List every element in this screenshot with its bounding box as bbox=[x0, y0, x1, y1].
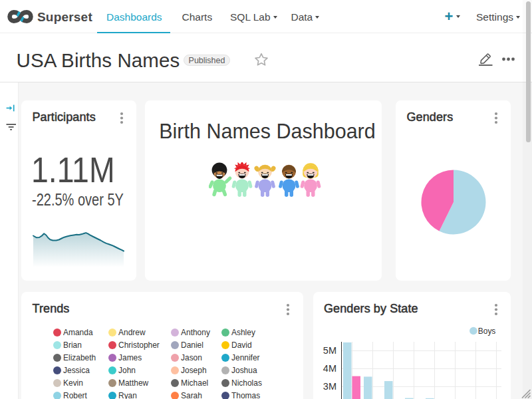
page-title: USA Births Names bbox=[17, 49, 180, 72]
legend-label: Amanda bbox=[63, 328, 93, 337]
bar-boys[interactable] bbox=[364, 376, 372, 399]
legend-label: Kevin bbox=[63, 378, 83, 388]
scrollbar-thumb[interactable] bbox=[526, 1, 531, 142]
dashboard-header: USA Births Names Published bbox=[0, 33, 532, 82]
legend-label: Sarah bbox=[181, 391, 202, 399]
legend-item[interactable]: Nicholas bbox=[221, 378, 266, 388]
edit-pencil-icon[interactable] bbox=[477, 52, 493, 66]
nav-dashboards[interactable]: Dashboards bbox=[106, 0, 162, 33]
legend-item[interactable]: Joseph bbox=[171, 366, 210, 375]
legend-item[interactable]: Michael bbox=[171, 378, 212, 388]
legend-label: Brian bbox=[63, 340, 82, 350]
legend-dot bbox=[108, 366, 116, 374]
legend-item[interactable]: Thomas bbox=[221, 391, 264, 399]
resize-grip-icon[interactable] bbox=[521, 388, 531, 398]
chevron-down-icon bbox=[516, 16, 520, 19]
legend-dot bbox=[221, 366, 229, 374]
legend-label[interactable]: Boys bbox=[477, 326, 495, 336]
brand-name[interactable]: Superset bbox=[37, 0, 92, 33]
legend-label: Nicholas bbox=[231, 378, 262, 388]
genders-by-state-bar-chart: 3M4M5MBoys bbox=[313, 292, 511, 399]
legend-label: Elizabeth bbox=[63, 353, 96, 362]
favorite-star-icon[interactable] bbox=[255, 53, 268, 66]
legend-item[interactable]: Matthew bbox=[108, 378, 152, 388]
kebab-menu-icon[interactable] bbox=[283, 301, 293, 316]
kebab-menu-icon[interactable] bbox=[491, 110, 501, 124]
expand-filter-bar-icon[interactable] bbox=[6, 104, 15, 112]
legend-dot bbox=[53, 366, 61, 374]
legend-item[interactable]: John bbox=[108, 366, 138, 375]
legend-item[interactable]: Jessica bbox=[53, 366, 93, 375]
legend-label: Matthew bbox=[118, 378, 148, 388]
kebab-menu-icon[interactable] bbox=[117, 110, 126, 124]
legend-item[interactable]: Robert bbox=[53, 391, 90, 399]
chart-title: Genders bbox=[407, 110, 454, 124]
legend-label: Anthony bbox=[181, 328, 210, 337]
legend-dot bbox=[108, 354, 116, 362]
nav-charts[interactable]: Charts bbox=[182, 0, 213, 33]
y-axis-label: 3M bbox=[323, 380, 336, 391]
legend-label: John bbox=[118, 366, 136, 375]
legend-item[interactable]: Joshua bbox=[221, 366, 261, 375]
new-item-button[interactable]: + bbox=[445, 0, 461, 33]
legend-item[interactable]: Elizabeth bbox=[53, 353, 100, 362]
legend-item[interactable]: Jennifer bbox=[221, 353, 263, 362]
chart-title: Participants bbox=[33, 110, 96, 124]
superset-logo-icon[interactable] bbox=[7, 10, 33, 23]
legend-item[interactable]: Ashley bbox=[221, 328, 259, 337]
legend-dot bbox=[171, 329, 179, 336]
legend-dot bbox=[53, 392, 61, 399]
chart-title: Trends bbox=[33, 302, 70, 316]
kid-0 bbox=[209, 162, 232, 196]
bar-boys[interactable] bbox=[384, 381, 393, 399]
legend-item[interactable]: Anthony bbox=[171, 328, 214, 337]
legend-dot bbox=[53, 341, 61, 349]
legend-dot bbox=[53, 329, 61, 336]
superset-app: Superset Dashboards Charts SQL Lab Data … bbox=[0, 0, 532, 399]
navbar: Superset Dashboards Charts SQL Lab Data … bbox=[0, 0, 532, 33]
legend-dot bbox=[108, 341, 116, 349]
chevron-down-icon bbox=[273, 16, 277, 19]
participants-sparkline bbox=[33, 230, 124, 267]
scrollbar-track bbox=[523, 0, 532, 399]
chevron-down-icon bbox=[315, 16, 319, 19]
chart-card-genders-by-state: Genders by State 3M4M5MBoys bbox=[313, 292, 511, 399]
markdown-card: Birth Names Dashboard bbox=[145, 100, 382, 281]
chart-card-trends: Trends AmandaAndrewAnthonyAshleyBrianChr… bbox=[21, 292, 303, 399]
big-number-value: 1.11M bbox=[31, 152, 115, 188]
legend-label: Andrew bbox=[118, 328, 146, 337]
more-menu-icon[interactable] bbox=[501, 57, 516, 61]
nav-sql-lab[interactable]: SQL Lab bbox=[230, 0, 277, 33]
legend-item[interactable]: Sarah bbox=[171, 391, 205, 399]
legend-dot bbox=[221, 354, 229, 362]
big-number-subheader: -22.5% over 5Y bbox=[32, 192, 124, 208]
kid-3 bbox=[279, 164, 300, 196]
bar-boys[interactable] bbox=[343, 342, 352, 399]
legend-item[interactable]: Amanda bbox=[53, 328, 96, 337]
legend-dot bbox=[221, 341, 229, 349]
legend-item[interactable]: Daniel bbox=[171, 340, 206, 350]
legend-item[interactable]: Brian bbox=[53, 340, 84, 350]
legend-item[interactable]: Kevin bbox=[53, 378, 86, 388]
legend-label: Ryan bbox=[118, 391, 137, 399]
bar-girls[interactable] bbox=[352, 376, 360, 399]
legend-dot[interactable] bbox=[469, 327, 477, 334]
legend-item[interactable]: Andrew bbox=[108, 328, 149, 337]
legend-label: Robert bbox=[63, 391, 87, 399]
nav-settings[interactable]: Settings bbox=[476, 0, 520, 33]
published-badge[interactable]: Published bbox=[184, 55, 230, 66]
legend-item[interactable]: James bbox=[108, 353, 145, 362]
legend-item[interactable]: David bbox=[221, 340, 255, 350]
y-axis-label: 5M bbox=[323, 345, 336, 356]
legend-item[interactable]: Ryan bbox=[108, 391, 140, 399]
filter-icon[interactable] bbox=[6, 124, 17, 130]
kid-1 bbox=[231, 162, 253, 197]
nav-data[interactable]: Data bbox=[291, 0, 320, 33]
legend-item[interactable]: Jason bbox=[171, 353, 205, 362]
genders-pie-chart[interactable] bbox=[421, 170, 486, 235]
legend-label: Michael bbox=[181, 378, 208, 388]
legend-item[interactable]: Christopher bbox=[108, 340, 165, 350]
legend-dot bbox=[108, 392, 116, 399]
chart-card-participants: Participants 1.11M -22.5% over 5Y bbox=[21, 100, 136, 281]
legend-dot bbox=[221, 379, 229, 387]
